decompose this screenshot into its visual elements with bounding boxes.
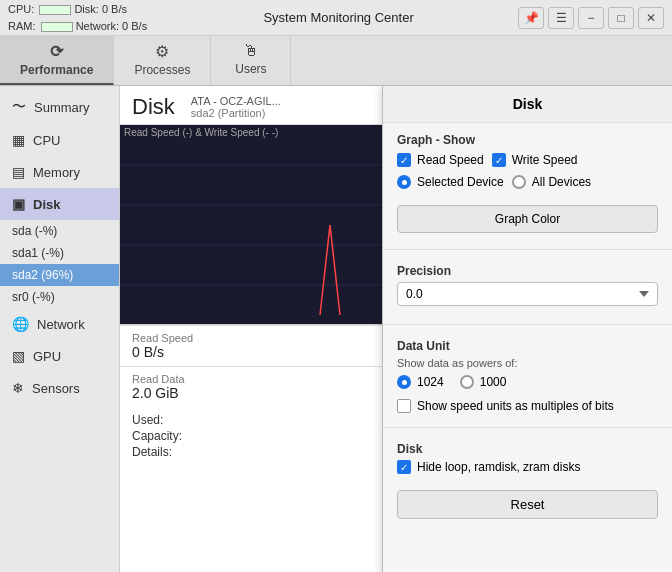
disk-title: Disk bbox=[132, 94, 175, 120]
disk-list-sda2[interactable]: sda2 (96%) bbox=[0, 264, 119, 286]
sidebar-disk-label: Disk bbox=[33, 197, 60, 212]
speed-unit-checkbox[interactable] bbox=[397, 399, 411, 413]
tab-processes-label: Processes bbox=[134, 63, 190, 77]
reset-button[interactable]: Reset bbox=[397, 490, 658, 519]
option-1024-row[interactable]: 1024 bbox=[397, 375, 444, 389]
read-speed-label: Read Speed bbox=[132, 332, 383, 344]
disk-icon: ▣ bbox=[12, 196, 25, 212]
hide-loop-label: Hide loop, ramdisk, zram disks bbox=[417, 460, 580, 474]
menu-button[interactable]: ☰ bbox=[548, 7, 574, 29]
cpu-label: CPU: bbox=[8, 3, 34, 15]
disk-sda1-label: sda1 (-%) bbox=[12, 246, 64, 260]
tab-bar: ⟳ Performance ⚙ Processes 🖱 Users bbox=[0, 36, 672, 86]
sidebar-gpu-label: GPU bbox=[33, 349, 61, 364]
minimize-button[interactable]: − bbox=[578, 7, 604, 29]
disk-label: Disk: bbox=[74, 3, 98, 15]
read-data-value: 2.0 GiB bbox=[132, 385, 383, 401]
graph-label: Read Speed (-) & Write Speed (- -) bbox=[124, 127, 278, 138]
sidebar-item-network[interactable]: 🌐 Network bbox=[0, 308, 119, 340]
precision-section: Precision 0.0 0.00 0 bbox=[383, 254, 672, 320]
data-unit-subtitle: Show data as powers of: bbox=[397, 357, 658, 369]
ram-bar bbox=[41, 22, 73, 32]
tab-processes[interactable]: ⚙ Processes bbox=[114, 36, 211, 85]
disk-sda2-label: sda2 (96%) bbox=[12, 268, 73, 282]
read-speed-cell: Read Speed 0 B/s bbox=[120, 326, 396, 366]
read-speed-value: 0 B/s bbox=[132, 344, 383, 360]
disk-list-sda1[interactable]: sda1 (-%) bbox=[0, 242, 119, 264]
all-devices-row[interactable]: All Devices bbox=[512, 175, 591, 189]
write-speed-checkbox[interactable]: ✓ bbox=[492, 153, 506, 167]
selected-device-row[interactable]: Selected Device bbox=[397, 175, 504, 189]
all-devices-radio[interactable] bbox=[512, 175, 526, 189]
content-area: Disk ATA - OCZ-AGIL... sda2 (Partition) … bbox=[120, 86, 672, 572]
sidebar: 〜 Summary ▦ CPU ▤ Memory ▣ Disk sda (-%)… bbox=[0, 86, 120, 572]
window-controls: 📌 ☰ − □ ✕ bbox=[518, 7, 664, 29]
disk-partition: sda2 (Partition) bbox=[191, 107, 281, 119]
titlebar: CPU: Disk: 0 B/s RAM: Network: 0 B/s Sys… bbox=[0, 0, 672, 36]
sidebar-memory-label: Memory bbox=[33, 165, 80, 180]
details-label: Details: bbox=[132, 445, 172, 459]
cpu-ram-display: CPU: Disk: 0 B/s RAM: Network: 0 B/s bbox=[8, 1, 147, 34]
speed-unit-row[interactable]: Show speed units as multiples of bits bbox=[397, 399, 658, 413]
sidebar-sensors-label: Sensors bbox=[32, 381, 80, 396]
selected-device-radio[interactable] bbox=[397, 175, 411, 189]
read-data-label: Read Data bbox=[132, 373, 383, 385]
option-1024-label: 1024 bbox=[417, 375, 444, 389]
tab-users[interactable]: 🖱 Users bbox=[211, 36, 291, 85]
all-devices-label: All Devices bbox=[532, 175, 591, 189]
read-data-cell: Read Data 2.0 GiB bbox=[120, 367, 396, 407]
disk-sda-label: sda (-%) bbox=[12, 224, 57, 238]
disk-value: 0 B/s bbox=[102, 3, 127, 15]
option-1000-label: 1000 bbox=[480, 375, 507, 389]
option-1000-radio[interactable] bbox=[460, 375, 474, 389]
hide-loop-checkbox[interactable]: ✓ bbox=[397, 460, 411, 474]
summary-icon: 〜 bbox=[12, 98, 26, 116]
option-1024-radio[interactable] bbox=[397, 375, 411, 389]
disk-list-sda[interactable]: sda (-%) bbox=[0, 220, 119, 242]
graph-show-title: Graph - Show bbox=[397, 133, 658, 147]
write-speed-check-label: Write Speed bbox=[512, 153, 578, 167]
modal-title: Disk bbox=[383, 86, 672, 123]
read-speed-check-row[interactable]: ✓ Read Speed bbox=[397, 153, 484, 167]
data-unit-title: Data Unit bbox=[397, 339, 658, 353]
selected-device-label: Selected Device bbox=[417, 175, 504, 189]
processes-icon: ⚙ bbox=[155, 42, 169, 61]
disk-list-sr0[interactable]: sr0 (-%) bbox=[0, 286, 119, 308]
tab-performance-label: Performance bbox=[20, 63, 93, 77]
memory-icon: ▤ bbox=[12, 164, 25, 180]
pin-button[interactable]: 📌 bbox=[518, 7, 544, 29]
sidebar-item-memory[interactable]: ▤ Memory bbox=[0, 156, 119, 188]
sidebar-network-label: Network bbox=[37, 317, 85, 332]
precision-select[interactable]: 0.0 0.00 0 bbox=[397, 282, 658, 306]
sidebar-item-cpu[interactable]: ▦ CPU bbox=[0, 124, 119, 156]
hide-loop-row[interactable]: ✓ Hide loop, ramdisk, zram disks bbox=[397, 460, 658, 474]
write-speed-check-row[interactable]: ✓ Write Speed bbox=[492, 153, 578, 167]
used-label: Used: bbox=[132, 413, 163, 427]
tab-users-label: Users bbox=[235, 62, 266, 76]
sidebar-cpu-label: CPU bbox=[33, 133, 60, 148]
sidebar-item-disk[interactable]: ▣ Disk bbox=[0, 188, 119, 220]
read-speed-checkbox[interactable]: ✓ bbox=[397, 153, 411, 167]
ram-label: RAM: bbox=[8, 20, 36, 32]
disk-modal-title: Disk bbox=[397, 442, 658, 456]
sidebar-item-summary[interactable]: 〜 Summary bbox=[0, 90, 119, 124]
capacity-label: Capacity: bbox=[132, 429, 182, 443]
sidebar-summary-label: Summary bbox=[34, 100, 90, 115]
main-layout: 〜 Summary ▦ CPU ▤ Memory ▣ Disk sda (-%)… bbox=[0, 86, 672, 572]
precision-select-row: 0.0 0.00 0 bbox=[397, 282, 658, 306]
cpu-icon: ▦ bbox=[12, 132, 25, 148]
sidebar-item-gpu[interactable]: ▧ GPU bbox=[0, 340, 119, 372]
gpu-icon: ▧ bbox=[12, 348, 25, 364]
data-unit-section: Data Unit Show data as powers of: 1024 1… bbox=[383, 329, 672, 423]
option-1000-row[interactable]: 1000 bbox=[460, 375, 507, 389]
maximize-button[interactable]: □ bbox=[608, 7, 634, 29]
close-button[interactable]: ✕ bbox=[638, 7, 664, 29]
graph-color-section: Graph Color bbox=[383, 199, 672, 245]
sidebar-item-sensors[interactable]: ❄ Sensors bbox=[0, 372, 119, 404]
network-label: Network: bbox=[76, 20, 119, 32]
network-value: 0 B/s bbox=[122, 20, 147, 32]
graph-show-section: Graph - Show ✓ Read Speed ✓ Write Speed bbox=[383, 123, 672, 199]
graph-color-button[interactable]: Graph Color bbox=[397, 205, 658, 233]
tab-performance[interactable]: ⟳ Performance bbox=[0, 36, 114, 85]
performance-icon: ⟳ bbox=[50, 42, 63, 61]
